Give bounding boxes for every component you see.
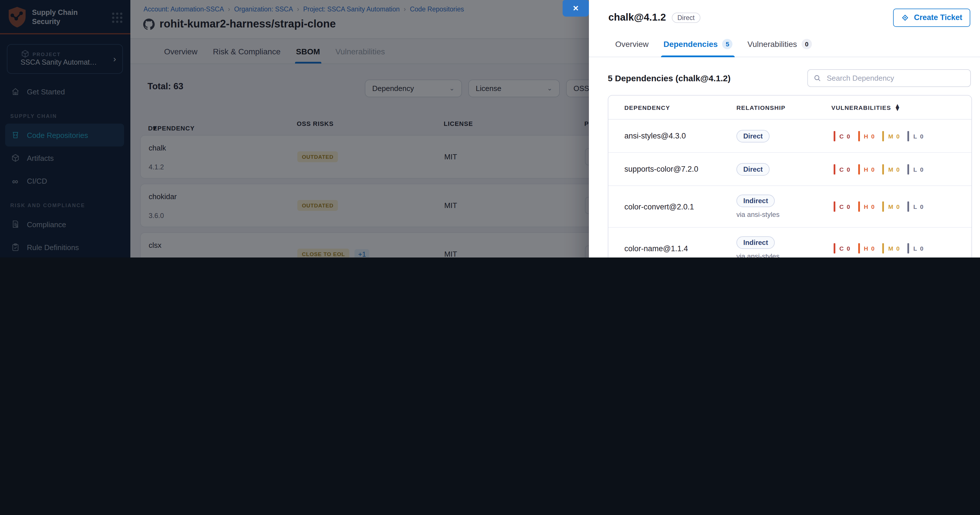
col-vulnerabilities[interactable]: VULNERABILITIES ▲▼ [831,104,901,111]
relationship-pill: Indirect [737,195,775,207]
critical-bar-icon [834,131,835,141]
dependencies-section-header: 5 Dependencies (chalk@4.1.2) [589,62,980,94]
vulnerability-counts: C0 H0 M0 L0 [831,201,931,212]
close-icon[interactable]: ✕ [563,0,589,17]
ticket-diamond-icon [901,13,909,21]
relationship-badge: Direct [672,12,700,22]
low-bar-icon [908,164,909,174]
relationship-pill: Indirect [737,236,775,249]
section-title: 5 Dependencies (chalk@4.1.2) [608,73,730,83]
app: Supply Chain Security PROJECT SSCA Sanit… [0,0,980,257]
drawer-title: chalk@4.1.2 [608,11,666,24]
vulnerability-counts: C0 H0 M0 L0 [831,243,931,254]
tab-count-badge: 5 [722,39,733,49]
relationship-pill: Direct [737,130,770,142]
relationship-cell: Direct [737,163,831,175]
dependencies-table-header: DEPENDENCY RELATIONSHIP VULNERABILITIES … [608,96,971,120]
drawer-tab-label: Overview [615,40,649,49]
via-text: via ansi-styles [737,252,780,257]
drawer-header: chalk@4.1.2 Direct Create Ticket [589,0,980,26]
via-text: via ansi-styles [737,210,780,218]
critical-bar-icon [834,243,835,254]
col-dependency: DEPENDENCY [624,104,737,111]
high-bar-icon [858,201,860,212]
relationship-cell: Indirect via ansi-styles [737,236,831,257]
high-bar-icon [858,243,860,254]
dependency-name: supports-color@7.2.0 [624,165,737,174]
drawer-tabs: Overview Dependencies 5 Vulnerabilities … [589,26,980,57]
dependency-drawer: ✕ chalk@4.1.2 Direct Create Ticket Overv… [589,0,980,257]
dependency-name: color-convert@2.0.1 [624,202,737,211]
low-bar-icon [908,131,909,141]
list-item[interactable]: color-convert@2.0.1 Indirect via ansi-st… [608,186,971,228]
vulnerability-counts: C0 H0 M0 L0 [831,131,931,141]
drawer-tab[interactable]: Overview [615,39,649,57]
tab-count-badge: 0 [802,39,812,49]
create-ticket-button[interactable]: Create Ticket [893,8,970,27]
low-bar-icon [908,243,909,254]
dependency-name: color-name@1.1.4 [624,244,737,253]
relationship-cell: Direct [737,130,831,142]
medium-bar-icon [883,131,884,141]
low-bar-icon [908,201,909,212]
dependencies-rows: ansi-styles@4.3.0 Direct C0 H0 M0 L0 sup [608,120,971,257]
medium-bar-icon [883,164,884,174]
drawer-tab[interactable]: Dependencies 5 [663,39,733,57]
medium-bar-icon [883,243,884,254]
critical-bar-icon [834,164,835,174]
drawer-tab-label: Vulnerabilities [748,40,797,49]
sort-icon: ▲▼ [894,104,901,110]
relationship-cell: Indirect via ansi-styles [737,195,831,218]
list-item[interactable]: ansi-styles@4.3.0 Direct C0 H0 M0 L0 [608,120,971,153]
list-item[interactable]: supports-color@7.2.0 Direct C0 H0 M0 L0 [608,153,971,186]
medium-bar-icon [883,201,884,212]
list-item[interactable]: color-name@1.1.4 Indirect via ansi-style… [608,228,971,257]
critical-bar-icon [834,201,835,212]
dependency-name: ansi-styles@4.3.0 [624,132,737,140]
relationship-pill: Direct [737,163,770,175]
search-input[interactable] [826,73,964,83]
drawer-tab[interactable]: Vulnerabilities 0 [748,39,812,57]
vulnerability-counts: C0 H0 M0 L0 [831,164,931,174]
dependencies-table: DEPENDENCY RELATIONSHIP VULNERABILITIES … [608,95,972,257]
search-icon [814,74,821,81]
search-box [807,69,971,87]
drawer-tab-label: Dependencies [663,40,718,49]
high-bar-icon [858,164,860,174]
col-relationship: RELATIONSHIP [737,104,831,111]
high-bar-icon [858,131,860,141]
